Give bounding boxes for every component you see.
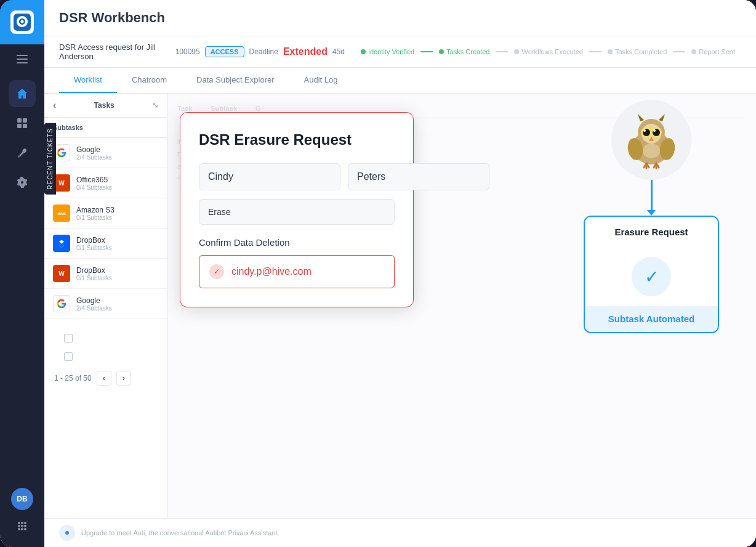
task-name-amazon: Amazon S3 bbox=[76, 206, 158, 214]
sidebar-item-settings[interactable] bbox=[9, 169, 36, 196]
check-circle: ✓ bbox=[632, 257, 671, 296]
name-fields bbox=[199, 163, 395, 190]
pagination-prev[interactable]: ‹ bbox=[97, 371, 111, 386]
modal-overlay: DSR Erasure Request Erase Confirm Data D… bbox=[167, 94, 756, 518]
deadline-days: 45d bbox=[332, 47, 345, 56]
email-check-icon: ✓ bbox=[209, 264, 224, 279]
step-dot-completed bbox=[608, 49, 613, 54]
sidebar-item-grid[interactable] bbox=[9, 110, 36, 137]
task-item-google-1[interactable]: Google 2/4 Subtasks bbox=[44, 138, 167, 168]
hamburger-icon bbox=[17, 55, 28, 63]
subtask-automated-label: Subtask Automated bbox=[608, 314, 694, 324]
tab-data-subject-explorer[interactable]: Data Subject Explorer bbox=[182, 68, 289, 93]
sidebar: DB bbox=[0, 0, 44, 547]
svg-point-8 bbox=[24, 522, 26, 524]
dropbox-blue-logo bbox=[53, 235, 70, 252]
step-dot-report bbox=[691, 49, 696, 54]
modal-title: DSR Erasure Request bbox=[199, 131, 395, 148]
request-title: DSR Access request for Jill Anderson bbox=[59, 43, 171, 61]
task-name-google-2: Google bbox=[76, 296, 158, 305]
task-item-dropbox-1[interactable]: DropBox 0/1 Subtasks bbox=[44, 229, 167, 259]
last-name-input[interactable] bbox=[348, 163, 489, 190]
pagination-info: 1 - 25 of 50 bbox=[54, 374, 92, 383]
checkbox-1[interactable] bbox=[64, 334, 73, 342]
request-bar: DSR Access request for Jill Anderson 100… bbox=[44, 36, 756, 68]
content-area: ‹ Tasks ⤡ Subtasks Google 2/4 Subtasks bbox=[44, 94, 756, 518]
sidebar-logo bbox=[0, 0, 44, 44]
task-name-dropbox-2: DropBox bbox=[76, 266, 158, 275]
step-dot-tasks bbox=[439, 49, 444, 54]
request-info: DSR Access request for Jill Anderson 100… bbox=[59, 43, 345, 61]
row-checkbox-2 bbox=[54, 347, 157, 366]
svg-point-25 bbox=[653, 129, 656, 132]
recent-tickets-tab[interactable]: RECENT TICKETS bbox=[44, 123, 56, 195]
dropbox-office-logo: W bbox=[53, 265, 70, 282]
pagination: 1 - 25 of 50 ‹ › bbox=[54, 371, 157, 386]
sidebar-item-home[interactable] bbox=[9, 80, 36, 107]
task-sub-google-1: 2/4 Subtasks bbox=[76, 154, 158, 161]
google-logo-2 bbox=[53, 295, 70, 312]
first-name-input[interactable] bbox=[199, 163, 340, 190]
deadline-label: Deadline bbox=[249, 47, 278, 56]
step-tasks-completed: Tasks Completed bbox=[601, 48, 673, 55]
sidebar-bottom: DB bbox=[11, 488, 33, 547]
svg-rect-4 bbox=[17, 124, 22, 128]
owl-container bbox=[611, 100, 691, 180]
email-confirm-box: ✓ cindy.p@hive.com bbox=[199, 255, 395, 288]
task-info-dropbox-2: DropBox 0/1 Subtasks bbox=[76, 266, 158, 282]
svg-point-9 bbox=[18, 525, 20, 527]
svg-rect-3 bbox=[23, 118, 27, 123]
progress-steps: Identity Verified Tasks Created Workflow… bbox=[355, 48, 741, 55]
task-info-office365: Office365 0/4 Subtasks bbox=[76, 176, 158, 191]
task-sub-dropbox-1: 0/1 Subtasks bbox=[76, 245, 158, 251]
erasure-card-title: Erasure Request bbox=[585, 217, 718, 247]
app-logo-icon bbox=[10, 10, 34, 34]
check-mark-icon: ✓ bbox=[645, 267, 659, 287]
task-sub-google-2: 2/4 Subtasks bbox=[76, 305, 158, 312]
task-info-google-2: Google 2/4 Subtasks bbox=[76, 296, 158, 312]
deadline-value: Extended bbox=[283, 46, 328, 57]
tab-audit-log[interactable]: Audit Log bbox=[289, 68, 353, 93]
subtasks-label: Subtasks bbox=[53, 124, 83, 131]
menu-toggle-button[interactable] bbox=[0, 44, 44, 74]
tab-chatroom[interactable]: Chatroom bbox=[117, 68, 182, 93]
task-item-google-2[interactable]: Google 2/4 Subtasks bbox=[44, 289, 167, 319]
back-button[interactable]: ‹ bbox=[53, 100, 56, 111]
erasure-card-footer: Subtask Automated bbox=[585, 306, 718, 332]
svg-rect-5 bbox=[23, 124, 27, 128]
step-identity-verified: Identity Verified bbox=[355, 48, 420, 55]
request-id: 100095 bbox=[175, 47, 200, 56]
amazon-logo: aws bbox=[53, 205, 70, 222]
svg-marker-17 bbox=[638, 114, 644, 121]
row-checkbox-1 bbox=[54, 329, 157, 347]
task-item-office365[interactable]: W Office365 0/4 Subtasks bbox=[44, 168, 167, 198]
step-workflows: Workflows Executed bbox=[508, 48, 589, 55]
task-item-amazon[interactable]: aws Amazon S3 0/1 Subtasks bbox=[44, 198, 167, 229]
arrow-connector bbox=[651, 180, 653, 211]
sidebar-item-wrench[interactable] bbox=[9, 139, 36, 166]
svg-point-37 bbox=[65, 531, 69, 535]
request-badge: ACCESS bbox=[205, 46, 244, 57]
pagination-next[interactable]: › bbox=[116, 371, 131, 386]
step-dot-identity bbox=[361, 49, 366, 54]
erasure-modal: DSR Erasure Request Erase Confirm Data D… bbox=[180, 112, 414, 307]
task-sub-amazon: 0/1 Subtasks bbox=[76, 214, 158, 221]
tasks-expand-icon[interactable]: ⤡ bbox=[152, 101, 158, 110]
task-item-dropbox-2[interactable]: W DropBox 0/1 Subtasks bbox=[44, 259, 167, 289]
sidebar-apps-icon[interactable] bbox=[11, 515, 33, 537]
checkbox-2[interactable] bbox=[64, 352, 73, 361]
svg-point-1 bbox=[21, 20, 24, 23]
tab-worklist[interactable]: Worklist bbox=[59, 68, 117, 93]
automated-section: Erasure Request ✓ Subtask Automated bbox=[584, 100, 719, 333]
user-avatar[interactable]: DB bbox=[11, 488, 33, 510]
top-header: DSR Workbench bbox=[44, 0, 756, 36]
task-name-google-1: Google bbox=[76, 145, 158, 154]
tasks-subheader: Subtasks bbox=[44, 118, 167, 138]
tasks-panel-header: ‹ Tasks ⤡ bbox=[44, 94, 167, 118]
svg-point-11 bbox=[24, 525, 26, 527]
task-name-dropbox-1: DropBox bbox=[76, 236, 158, 245]
action-select[interactable]: Erase bbox=[199, 199, 395, 225]
task-sub-dropbox-2: 0/1 Subtasks bbox=[76, 275, 158, 282]
sidebar-navigation bbox=[9, 74, 36, 488]
arrow-head bbox=[647, 210, 656, 216]
